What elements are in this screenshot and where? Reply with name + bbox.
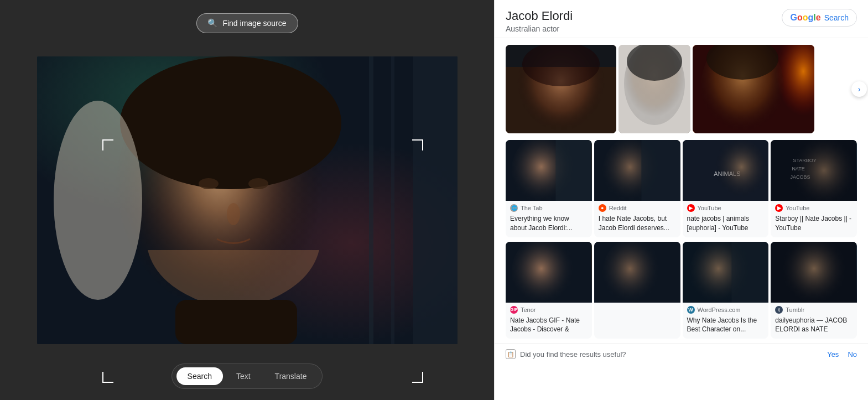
result-source-2: ● Reddit <box>594 201 680 213</box>
photo-card-3[interactable] <box>693 45 814 133</box>
result-source-3: ▶ YouTube <box>683 201 769 213</box>
photos-strip <box>495 38 868 140</box>
photo-card-1[interactable] <box>506 45 616 133</box>
source-name-7: WordPress.com <box>698 307 741 313</box>
source-icon-3: ▶ <box>687 204 695 212</box>
corner-br <box>412 372 423 383</box>
source-name-8: Tumblr <box>786 307 804 313</box>
feedback-question: Did you find these results useful? <box>520 350 626 359</box>
result-title-8: dailyeuphoria — JACOB ELORDI as NATE <box>771 315 857 339</box>
svg-rect-29 <box>641 140 680 201</box>
result-thumb-7 <box>683 242 769 303</box>
svg-point-33 <box>705 140 766 201</box>
source-name-5: Tenor <box>521 307 536 313</box>
result-source-4: ▶ YouTube <box>771 201 857 213</box>
result-title-2: I hate Nate Jacobs, but Jacob Elordi des… <box>594 213 680 237</box>
photo-svg-2 <box>618 45 690 133</box>
svg-rect-4 <box>391 56 394 344</box>
corner-bl <box>102 372 113 383</box>
feedback-icon: 📋 <box>506 349 516 359</box>
photos-next-button[interactable]: › <box>851 81 867 97</box>
find-image-source-label: Find image source <box>222 19 286 28</box>
photo-image-2 <box>618 45 690 133</box>
source-name-4: YouTube <box>786 205 809 211</box>
thumb-svg-4: STARBOY NATE JACOBS <box>771 140 857 201</box>
translate-tab-button[interactable]: Translate <box>264 367 318 385</box>
image-container <box>37 56 458 344</box>
svg-rect-3 <box>369 56 373 344</box>
thumb-svg-5 <box>506 242 592 303</box>
result-thumb-8 <box>771 242 857 303</box>
person-name: Jacob Elordi <box>506 9 573 23</box>
photo-card-2[interactable] <box>618 45 690 133</box>
main-image <box>37 56 458 344</box>
find-image-source-button[interactable]: 🔍 Find image source <box>196 13 298 33</box>
svg-point-10 <box>227 203 240 225</box>
result-card-2[interactable]: ● Reddit I hate Nate Jacobs, but Jacob E… <box>594 140 680 237</box>
result-card-3[interactable]: ANIMALS ▶ YouTube nate jacobs | animals … <box>683 140 769 237</box>
image-viewer-panel: 🔍 Find image source <box>0 0 494 400</box>
source-icon-4: ▶ <box>775 204 783 212</box>
result-source-1: 🌐 The Tab <box>506 201 592 213</box>
result-title-3: nate jacobs | animals [euphoria] - YouTu… <box>683 213 769 237</box>
feedback-no-button[interactable]: No <box>848 350 857 359</box>
thumb-svg-2 <box>594 140 680 201</box>
bottom-toolbar: Search Text Translate <box>171 363 323 389</box>
lens-icon: 🔍 <box>207 18 218 28</box>
text-tab-button[interactable]: Text <box>225 367 262 385</box>
result-card-8[interactable]: t Tumblr dailyeuphoria — JACOB ELORDI as… <box>771 242 857 339</box>
svg-point-9 <box>248 178 268 189</box>
person-subtitle: Australian actor <box>506 24 573 33</box>
thumb-svg-6 <box>594 242 680 303</box>
source-icon-5: GIF <box>510 306 518 314</box>
source-icon-2: ● <box>599 204 606 212</box>
result-card-4[interactable]: STARBOY NATE JACOBS ▶ YouTube Starboy ||… <box>771 140 857 237</box>
thumb-svg-8 <box>771 242 857 303</box>
result-card-6[interactable] <box>594 242 680 339</box>
feedback-left: 📋 Did you find these results useful? <box>506 349 626 359</box>
photo-image-3 <box>693 45 814 133</box>
source-name-3: YouTube <box>698 205 721 211</box>
thumb-svg-3: ANIMALS <box>683 140 769 201</box>
result-thumb-5 <box>506 242 592 303</box>
source-icon-1: 🌐 <box>510 204 518 212</box>
face-portrait-svg <box>37 56 458 344</box>
svg-point-42 <box>602 242 663 303</box>
result-title-6 <box>594 307 680 313</box>
thumb-svg-1 <box>506 140 592 201</box>
svg-rect-45 <box>731 242 768 303</box>
result-title-4: Starboy || Nate Jacobs || - YouTube <box>771 213 857 237</box>
source-name-1: The Tab <box>521 205 543 211</box>
result-thumb-3: ANIMALS <box>683 140 769 201</box>
search-tab-button[interactable]: Search <box>176 367 223 385</box>
source-icon-7: W <box>687 306 695 314</box>
result-source-6 <box>594 303 680 307</box>
results-grid-row2: GIF Tenor Nate Jacobs GIF - Nate Jacobs … <box>495 242 868 344</box>
feedback-yes-button[interactable]: Yes <box>827 350 839 359</box>
result-source-7: W WordPress.com <box>683 303 769 315</box>
result-card-1[interactable]: 🌐 The Tab Everything we know about Jacob… <box>506 140 592 237</box>
results-header: Jacob Elordi Australian actor Google Sea… <box>495 0 868 38</box>
svg-rect-11 <box>175 300 297 344</box>
result-title-5: Nate Jacobs GIF - Nate Jacobs - Discover… <box>506 315 592 339</box>
google-g-letter: Google <box>790 13 820 23</box>
result-thumb-2 <box>594 140 680 201</box>
source-name-2: Reddit <box>609 205 627 211</box>
svg-rect-5 <box>413 56 458 344</box>
photo-svg-1 <box>506 45 616 133</box>
svg-point-7 <box>120 56 341 189</box>
result-thumb-1 <box>506 140 592 201</box>
svg-point-40 <box>511 242 578 303</box>
svg-point-38 <box>788 140 854 201</box>
result-card-7[interactable]: W WordPress.com Why Nate Jacobs Is the B… <box>683 242 769 339</box>
result-thumb-4: STARBOY NATE JACOBS <box>771 140 857 201</box>
svg-point-47 <box>781 242 848 303</box>
result-source-5: GIF Tenor <box>506 303 592 315</box>
google-search-button[interactable]: Google Search <box>782 9 857 27</box>
svg-point-8 <box>199 178 219 189</box>
result-title-1: Everything we know about Jacob Elordi:..… <box>506 213 592 237</box>
photo-image-1 <box>506 45 616 133</box>
results-grid-row1: 🌐 The Tab Everything we know about Jacob… <box>495 140 868 242</box>
photos-strip-wrapper: › <box>495 38 868 140</box>
result-card-5[interactable]: GIF Tenor Nate Jacobs GIF - Nate Jacobs … <box>506 242 592 339</box>
